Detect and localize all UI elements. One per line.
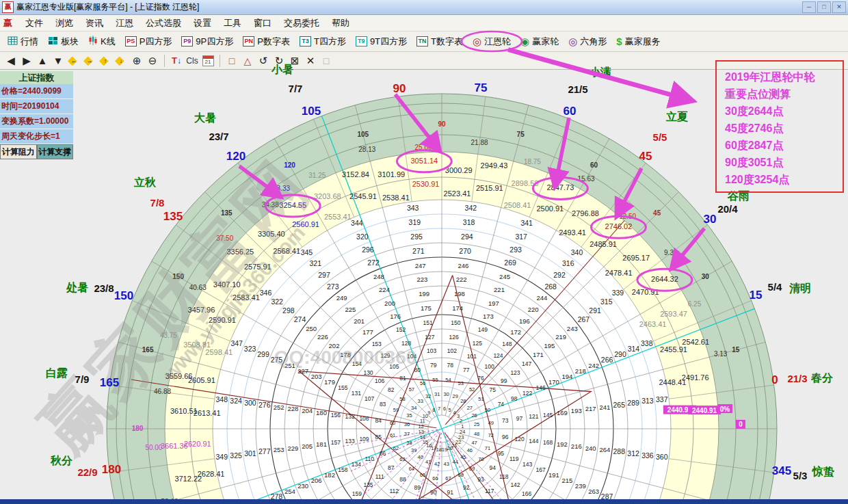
toolbar-item-label: 赢家轮 (532, 36, 559, 48)
toolbar-item-板块[interactable]: 板块 (43, 34, 83, 49)
toolbar-item-label: T四方形 (314, 36, 346, 48)
menu-设置[interactable]: 设置 (187, 16, 217, 29)
forward-icon[interactable]: ▶ (20, 54, 34, 68)
t-arrow-icon[interactable]: T↓ (170, 54, 183, 68)
toolbar-item-label: T数字表 (431, 36, 463, 48)
toolbar-item-9T四方形[interactable]: T99T四方形 (351, 34, 412, 49)
diamond-right-icon[interactable]: ◆→ (83, 54, 96, 68)
toolbar-item-赢家服务[interactable]: $赢家服务 (611, 34, 665, 49)
diamond-left-icon[interactable]: ◆← (67, 54, 81, 68)
annotation-line: 60度2847点 (725, 137, 843, 154)
toolbar-item-label: 9T四方形 (370, 36, 407, 48)
maximize-button[interactable]: □ (817, 1, 831, 13)
coefficient-row: 变换系数=1.00000 (0, 114, 73, 129)
toolbar-item-P四方形[interactable]: PSP四方形 (120, 34, 177, 49)
menu-工具[interactable]: 工具 (217, 16, 248, 29)
gann-wheel-icon: ◎ (473, 36, 481, 48)
blocks-icon (48, 36, 58, 47)
menu-江恩[interactable]: 江恩 (109, 16, 140, 29)
menu-交易委托[interactable]: 交易委托 (278, 16, 326, 29)
service-icon: $ (616, 36, 622, 47)
toolbar-item-9P四方形[interactable]: P99P四方形 (176, 34, 238, 49)
calc-resistance-button[interactable]: 计算阻力 (0, 144, 37, 159)
quotes-grid-icon (8, 36, 18, 47)
toolbar-item-label: 行情 (21, 36, 38, 48)
rotate-ccw-icon[interactable]: ↺ (256, 54, 270, 68)
index-name: 上证指数 (0, 71, 73, 84)
annotation-line: 90度3051点 (725, 154, 843, 171)
toolbar-item-K线[interactable]: K线 (83, 34, 120, 49)
window-title: 赢家江恩专业版[赢家服务平台] - [上证指数 江恩轮] (16, 1, 199, 13)
index-info-panel: 上证指数 价格=2440.9099 时间=20190104 变换系数=1.000… (0, 71, 73, 159)
toolbar-item-赢家轮[interactable]: ◉赢家轮 (516, 34, 564, 49)
t3-badge-icon: T3 (300, 36, 311, 47)
toolbar-item-行情[interactable]: 行情 (3, 34, 43, 49)
fit-icon[interactable]: ✕ (304, 54, 317, 68)
menu-公式选股[interactable]: 公式选股 (140, 16, 187, 29)
diamond-up-icon[interactable]: ◆↑ (98, 54, 112, 68)
up-icon[interactable]: ▲ (36, 54, 49, 68)
toolbar-item-T四方形[interactable]: T3T四方形 (295, 34, 351, 49)
ps-badge-icon: PS (125, 36, 137, 47)
toolbar-item-T数字表[interactable]: TNT数字表 (412, 34, 468, 49)
app-logo-icon: 赢 (2, 1, 14, 13)
delete-box-icon[interactable]: ⊠ (288, 54, 302, 68)
toolbar-item-label: P四方形 (140, 36, 172, 48)
toolbar-item-label: 9P四方形 (196, 36, 233, 48)
back-icon[interactable]: ◀ (4, 54, 18, 68)
menu-资讯[interactable]: 资讯 (79, 16, 109, 29)
bottom-border (0, 499, 848, 504)
menu-浏览[interactable]: 浏览 (49, 16, 79, 29)
menu-文件[interactable]: 文件 (19, 16, 49, 29)
screen-icon[interactable]: □ (319, 54, 333, 68)
toolbar-separator (220, 55, 220, 67)
toolbar-item-label: K线 (101, 36, 116, 48)
close-button[interactable]: ✕ (832, 1, 846, 13)
annotation-line: 45度2746点 (725, 120, 843, 137)
menu-窗口[interactable]: 窗口 (248, 16, 278, 29)
draw-triangle-icon[interactable]: △ (241, 54, 254, 68)
time-row: 时间=20190104 (0, 99, 73, 114)
step-row: 周天变化步长=1 (0, 129, 73, 144)
cls-button[interactable]: Cls (185, 54, 199, 68)
annotation-line: 2019年江恩轮中轮 (725, 68, 843, 85)
pn-badge-icon: PN (243, 36, 254, 47)
toolbar-separator (164, 55, 165, 67)
menu-logo-icon: 赢 (3, 17, 12, 29)
menu-bar: 赢 文件浏览资讯江恩公式选股设置工具窗口交易委托帮助 (0, 15, 848, 31)
t9-badge-icon: T9 (356, 36, 367, 47)
toolbar-item-label: P数字表 (257, 36, 290, 48)
kline-icon (88, 36, 98, 47)
toolbar-item-gann-wheel[interactable]: ◎江恩轮 (468, 34, 516, 49)
toolbar-item-六角形[interactable]: ◎六角形 (564, 34, 611, 49)
tn-badge-icon: TN (416, 36, 428, 47)
zoom-out-icon[interactable]: ⊖ (146, 54, 159, 68)
minimize-button[interactable]: ─ (802, 1, 816, 13)
rotate-cw-icon[interactable]: ↻ (272, 54, 286, 68)
annotation-line: 120度3254点 (725, 171, 843, 188)
toolbar-item-label: 六角形 (580, 36, 607, 48)
draw-square-icon[interactable]: □ (225, 54, 239, 68)
winner-wheel-icon: ◉ (520, 36, 529, 48)
calc-support-button[interactable]: 计算支撑 (37, 144, 74, 159)
toolbar-item-label: 板块 (61, 36, 79, 48)
annotation-line: 重要点位测算 (725, 85, 843, 103)
toolbar-item-P数字表[interactable]: PNP数字表 (238, 34, 295, 49)
main-toolbar: 行情板块K线PSP四方形P99P四方形PNP数字表T3T四方形T99T四方形TN… (0, 31, 848, 52)
calendar-icon[interactable]: 21 (201, 54, 215, 68)
toolbar-item-label: 赢家服务 (625, 36, 661, 48)
diamond-down-icon[interactable]: ◆↓ (114, 54, 128, 68)
menu-帮助[interactable]: 帮助 (326, 16, 356, 29)
zoom-in-icon[interactable]: ⊕ (130, 54, 144, 68)
toolbar-item-label: 江恩轮 (484, 36, 511, 48)
window-controls: ─ □ ✕ (802, 1, 846, 13)
hexagon-icon: ◎ (568, 36, 577, 48)
down-icon[interactable]: ▼ (51, 54, 65, 68)
title-bar: 赢 赢家江恩专业版[赢家服务平台] - [上证指数 江恩轮] ─ □ ✕ (0, 0, 848, 15)
p9-badge-icon: P9 (181, 36, 193, 47)
price-row: 价格=2440.9099 (0, 84, 73, 99)
annotation-line: 30度2644点 (725, 103, 843, 120)
annotation-box: 2019年江恩轮中轮 重要点位测算 30度2644点 45度2746点 60度2… (715, 60, 844, 193)
